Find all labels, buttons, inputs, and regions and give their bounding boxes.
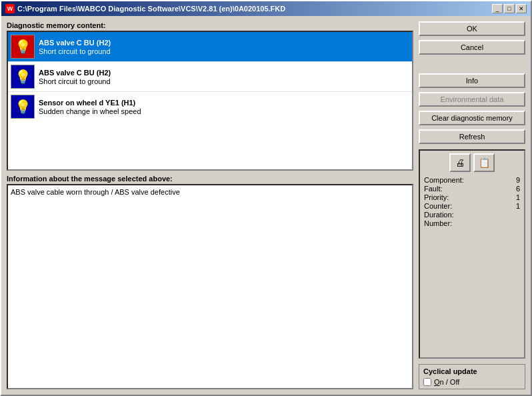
fault-label: Fault: — [424, 185, 443, 193]
cyclical-title: Cyclical update — [423, 367, 521, 375]
close-button[interactable]: ✕ — [516, 4, 527, 13]
item-title-1: ABS valve C BU (H2) — [39, 69, 111, 77]
item-icon-2: 💡 — [11, 95, 35, 119]
export-button[interactable]: 📋 — [473, 153, 495, 172]
print-icon: 🖨 — [455, 157, 465, 168]
list-item[interactable]: 💡 Sensor on wheel d YE1 (H1) Sudden chan… — [8, 92, 412, 121]
stat-fault: Fault: 6 — [424, 185, 520, 193]
environmental-data-button[interactable]: Environmental data — [419, 92, 525, 107]
priority-label: Priority: — [424, 193, 449, 201]
stat-number: Number: — [424, 219, 520, 227]
stats-icons: 🖨 📋 — [424, 153, 520, 172]
info-button[interactable]: Info — [419, 73, 525, 88]
stat-counter: Counter: 1 — [424, 202, 520, 210]
on-underline: O — [434, 378, 440, 386]
component-label: Component: — [424, 176, 464, 184]
right-panel: OK Cancel Info Environmental data Clear … — [419, 21, 525, 389]
title-buttons: _ □ ✕ — [492, 4, 527, 13]
stat-duration: Duration: — [424, 211, 520, 219]
list-item[interactable]: 💡 ABS valve C BU (H2) Short circuit to g… — [8, 62, 412, 92]
content-area: Diagnostic memory content: 💡 ABS valve C… — [1, 16, 531, 395]
item-sub-2: Sudden change in wheel speed — [39, 107, 141, 115]
stat-component: Component: 9 — [424, 176, 520, 184]
left-panel: Diagnostic memory content: 💡 ABS valve C… — [7, 21, 413, 389]
fault-value: 6 — [516, 185, 520, 193]
item-sub-0: Short circuit to ground — [39, 47, 111, 55]
window-title: C:\Program Files\WABCO Diagnostic Softwa… — [17, 5, 285, 13]
info-label: Information about the message selected a… — [7, 175, 413, 183]
diagnostic-list[interactable]: 💡 ABS valve C BU (H2) Short circuit to g… — [7, 31, 413, 171]
ok-button[interactable]: OK — [419, 21, 525, 36]
item-icon-0: 💡 — [11, 35, 35, 59]
cyclical-off-label: n / Off — [440, 378, 460, 386]
title-bar-text: W C:\Program Files\WABCO Diagnostic Soft… — [5, 4, 285, 13]
clear-diagnostic-memory-button[interactable]: Clear diagnostic memory — [419, 111, 525, 125]
info-content: ABS valve cable worn through / ABS valve… — [11, 188, 409, 196]
number-label: Number: — [424, 219, 452, 227]
priority-value: 1 — [516, 193, 520, 201]
stats-box: 🖨 📋 Component: 9 Fault: 6 Priority: 1 — [419, 149, 525, 359]
info-box: ABS valve cable worn through / ABS valve… — [7, 184, 413, 389]
cyclical-checkbox[interactable] — [423, 378, 431, 386]
cancel-button[interactable]: Cancel — [419, 40, 525, 55]
item-text-0: ABS valve C BU (H2) Short circuit to gro… — [39, 39, 111, 55]
print-button[interactable]: 🖨 — [449, 153, 471, 172]
cyclical-on-label: On / Off — [434, 378, 459, 386]
list-item[interactable]: 💡 ABS valve C BU (H2) Short circuit to g… — [8, 32, 412, 62]
main-window: W C:\Program Files\WABCO Diagnostic Soft… — [0, 0, 532, 396]
cyclical-checkbox-row: On / Off — [423, 378, 521, 386]
app-icon: W — [5, 4, 15, 13]
item-title-2: Sensor on wheel d YE1 (H1) — [39, 99, 141, 107]
component-value: 9 — [516, 176, 520, 184]
bulb-red-icon: 💡 — [15, 39, 31, 55]
duration-label: Duration: — [424, 211, 454, 219]
title-bar: W C:\Program Files\WABCO Diagnostic Soft… — [1, 1, 531, 16]
export-icon: 📋 — [479, 157, 490, 168]
maximize-button[interactable]: □ — [504, 4, 515, 13]
counter-label: Counter: — [424, 202, 452, 210]
counter-value: 1 — [516, 202, 520, 210]
bulb-blue-icon-2: 💡 — [15, 99, 31, 115]
item-text-2: Sensor on wheel d YE1 (H1) Sudden change… — [39, 99, 141, 115]
cyclical-box: Cyclical update On / Off — [419, 364, 525, 389]
item-icon-1: 💡 — [11, 65, 35, 89]
list-label: Diagnostic memory content: — [7, 21, 413, 29]
item-title-0: ABS valve C BU (H2) — [39, 39, 111, 47]
stat-priority: Priority: 1 — [424, 193, 520, 201]
refresh-button[interactable]: Refresh — [419, 129, 525, 144]
bulb-blue-icon: 💡 — [15, 69, 31, 85]
minimize-button[interactable]: _ — [492, 4, 503, 13]
item-sub-1: Short circuit to ground — [39, 77, 111, 85]
item-text-1: ABS valve C BU (H2) Short circuit to gro… — [39, 69, 111, 85]
